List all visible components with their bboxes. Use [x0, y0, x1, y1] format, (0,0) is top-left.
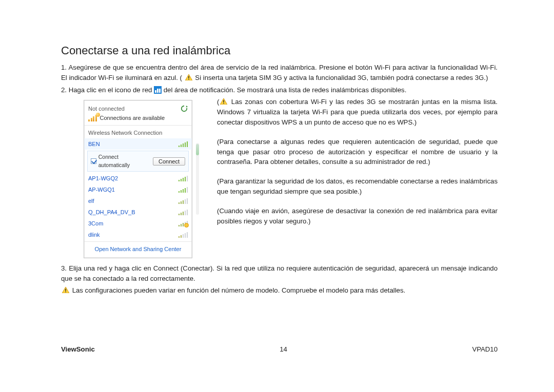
network-list: BEN Connect automatically Connect — [84, 138, 192, 241]
step-1b: Si inserta una tarjeta SIM 3G y activa l… — [195, 74, 488, 81]
page-title: Conectarse a una red inalámbrica — [61, 44, 498, 57]
p3b: Las zonas con cobertura Wi-Fi y las rede… — [217, 98, 498, 126]
network-item[interactable]: 3Com — [84, 218, 192, 229]
footer-brand: ViewSonic — [61, 345, 95, 353]
signal-bars-icon — [179, 220, 188, 226]
signal-bars-icon — [179, 175, 188, 181]
signal-bars-icon — [179, 187, 188, 193]
network-item[interactable]: AP1-WGQ2 — [84, 173, 192, 184]
network-item[interactable]: elf — [84, 195, 192, 207]
network-name: elf — [88, 197, 94, 205]
connect-automatically-label: Connect automatically — [98, 153, 150, 170]
network-tray-icon — [154, 86, 162, 94]
p8: Las configuraciones pueden variar en fun… — [70, 286, 405, 294]
connections-available-label: Connections are available — [100, 114, 165, 122]
connect-automatically-checkbox[interactable]: Connect automatically — [91, 153, 150, 170]
note-auth: (Para conectarse a algunas redes que req… — [217, 137, 498, 167]
step-2b: del área de notificación. Se mostrará un… — [164, 86, 407, 94]
network-name: AP-WGQ1 — [88, 185, 115, 194]
step-3-text: 3. Elija una red y haga clic en Connect … — [61, 263, 498, 284]
checkbox-icon — [91, 158, 96, 164]
note-airplane: (Cuando viaje en avión, asegúrese de des… — [217, 206, 498, 226]
network-item[interactable]: AP-WGQ1 — [84, 184, 192, 195]
signal-bars-icon — [179, 232, 188, 238]
warning-icon — [62, 286, 69, 292]
network-name: BEN — [88, 140, 100, 149]
network-item[interactable]: BEN — [84, 138, 192, 150]
network-item[interactable]: dlink — [84, 229, 192, 240]
note-models: Las configuraciones pueden variar en fun… — [61, 285, 498, 296]
footer-model: VPAD10 — [472, 345, 498, 353]
not-connected-label: Not connected — [88, 105, 125, 113]
p3a: ( — [217, 98, 219, 106]
connect-button[interactable]: Connect — [153, 157, 185, 166]
warning-icon — [220, 97, 227, 104]
scrollbar-thumb[interactable] — [196, 144, 199, 155]
warning-icon — [185, 73, 192, 79]
step-2a: 2. Haga clic en el icono de red — [61, 86, 154, 94]
network-name: 3Com — [88, 219, 103, 228]
step-2-text: 2. Haga clic en el icono de red del área… — [61, 85, 498, 95]
connect-panel: Connect automatically Connect — [87, 151, 189, 172]
network-name: Q_DH_PA4_DV_B — [88, 208, 135, 217]
note-security: (Para garantizar la seguridad de los dat… — [217, 176, 498, 197]
signal-bars-icon — [179, 141, 188, 147]
network-flyout: Not connected Connections are available … — [84, 100, 192, 258]
open-network-center-link[interactable]: Open Network and Sharing Center — [84, 241, 192, 258]
signal-bars-icon — [179, 209, 188, 215]
footer-page-number: 14 — [280, 345, 287, 353]
page-footer: ViewSonic 14 VPAD10 — [61, 345, 498, 353]
network-item[interactable]: Q_DH_PA4_DV_B — [84, 207, 192, 218]
signal-bars-icon — [179, 198, 188, 204]
network-name: AP1-WGQ2 — [88, 174, 118, 183]
network-flyout-figure: Not connected Connections are available … — [84, 100, 201, 258]
signal-available-icon — [88, 114, 97, 121]
network-name: dlink — [88, 231, 100, 239]
step-1-text: 1. Asegúrese de que se encuentra dentro … — [61, 63, 498, 83]
wireless-section-label: Wireless Network Connection — [84, 127, 192, 138]
note-wifi-3g: ( Las zonas con cobertura Wi-Fi y las re… — [217, 97, 498, 127]
refresh-icon[interactable] — [181, 105, 188, 112]
